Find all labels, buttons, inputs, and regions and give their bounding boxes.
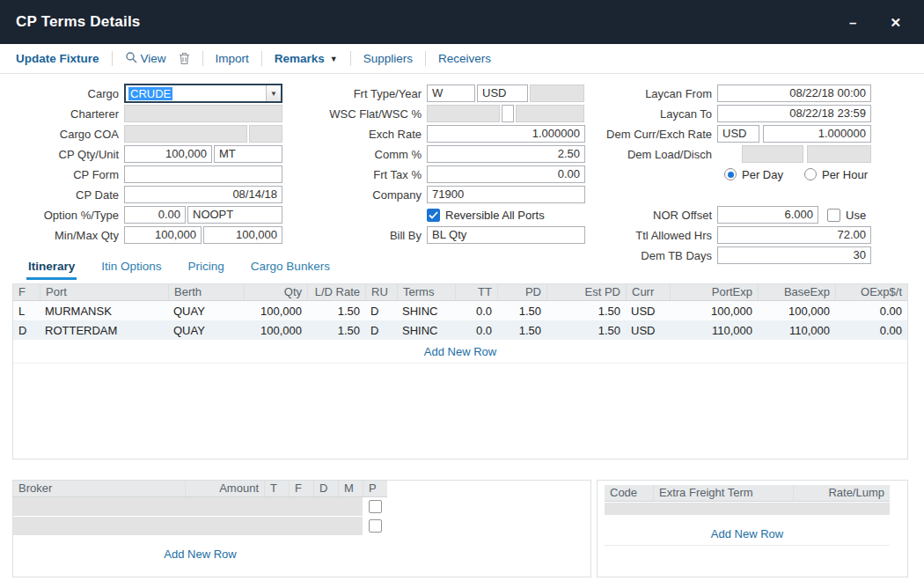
cell[interactable]: D <box>365 324 397 337</box>
cell[interactable]: 1.50 <box>497 324 546 337</box>
view-button[interactable]: View <box>125 51 166 66</box>
cell[interactable]: L <box>13 305 40 318</box>
cell[interactable]: 1.50 <box>546 324 626 337</box>
cell[interactable]: 1.50 <box>497 305 546 318</box>
tab-pricing[interactable]: Pricing <box>187 257 226 280</box>
min-qty-field[interactable]: 100,000 <box>124 226 202 244</box>
use-checkbox[interactable] <box>827 209 840 222</box>
cell[interactable]: SHINC <box>397 305 455 318</box>
cp-form-field[interactable] <box>124 165 282 183</box>
itinerary-header-row: F Port Berth Qty L/D Rate RU Terms TT PD… <box>13 284 907 301</box>
cell[interactable]: 100,000 <box>670 305 758 318</box>
cell[interactable]: D <box>365 305 397 318</box>
exch-rate-field[interactable]: 1.000000 <box>427 125 585 143</box>
trash-icon[interactable] <box>179 52 190 65</box>
column-header: Qty <box>244 284 307 300</box>
close-button[interactable]: ✕ <box>890 16 901 29</box>
extra-freight-panel: Code Extra Freight Term Rate/Lump Add Ne… <box>597 480 908 577</box>
nor-offset-field[interactable]: 6.000 <box>717 206 818 224</box>
cell[interactable]: D <box>13 324 40 337</box>
broker-row[interactable] <box>13 517 590 535</box>
cell[interactable]: 100,000 <box>758 305 835 318</box>
tab-cargo-bunkers[interactable]: Cargo Bunkers <box>249 257 332 280</box>
dem-load-field[interactable] <box>742 145 803 163</box>
cell[interactable]: USD <box>626 305 670 318</box>
extra-freight-row[interactable] <box>605 503 890 515</box>
chevron-down-icon[interactable]: ▼ <box>266 85 281 101</box>
cell[interactable]: 0.0 <box>455 305 497 318</box>
cell[interactable]: SHINC <box>397 324 455 337</box>
cp-date-label: CP Date <box>12 188 124 202</box>
company-field[interactable]: 71900 <box>427 186 585 203</box>
dem-tb-days-field[interactable]: 30 <box>717 246 871 264</box>
max-qty-field[interactable]: 100,000 <box>203 226 282 244</box>
cell[interactable]: USD <box>626 324 670 337</box>
cp-date-field[interactable]: 08/14/18 <box>124 186 282 203</box>
update-fixture-button[interactable]: Update Fixture <box>16 52 99 65</box>
cell[interactable]: 100,000 <box>244 305 307 318</box>
tab-itin-options[interactable]: Itin Options <box>99 257 163 280</box>
per-hour-radio[interactable] <box>804 168 817 180</box>
cell[interactable]: MURMANSK <box>40 305 168 318</box>
broker-row[interactable] <box>13 497 590 516</box>
dem-exch-rate-field[interactable]: 1.000000 <box>763 125 871 143</box>
broker-row-fields[interactable] <box>13 517 363 535</box>
cell[interactable]: 0.00 <box>835 324 907 337</box>
laycan-from-field[interactable]: 08/22/18 00:00 <box>717 85 871 102</box>
frt-year-field[interactable] <box>530 85 584 102</box>
laycan-to-field[interactable]: 08/22/18 23:59 <box>717 105 871 122</box>
import-button[interactable]: Import <box>216 52 249 65</box>
cargo-coa-field-1[interactable] <box>124 125 247 143</box>
wsc-flat-field[interactable] <box>427 105 500 122</box>
frt-tax-field[interactable]: 0.00 <box>427 165 585 183</box>
itinerary-add-new-row-link[interactable]: Add New Row <box>13 340 907 364</box>
cargo-coa-field-2[interactable] <box>249 125 282 143</box>
cell[interactable]: 110,000 <box>758 324 835 337</box>
cell[interactable]: 110,000 <box>670 324 758 337</box>
column-header: RU <box>365 284 397 300</box>
ttl-allowed-hrs-field[interactable]: 72.00 <box>717 226 871 244</box>
suppliers-button[interactable]: Suppliers <box>363 52 413 65</box>
remarks-button[interactable]: Remarks ▼ <box>275 52 338 65</box>
reversible-all-ports-checkbox[interactable] <box>427 209 440 222</box>
cp-qty-field[interactable]: 100,000 <box>124 145 212 163</box>
minimize-button[interactable]: – <box>849 16 856 29</box>
broker-add-new-row-link[interactable]: Add New Row <box>13 542 387 565</box>
dem-disch-field[interactable] <box>807 145 871 163</box>
cargo-combobox[interactable]: CRUDE ▼ <box>124 84 282 103</box>
wsc-pct-field[interactable] <box>516 105 584 122</box>
bill-by-field[interactable]: BL Qty <box>427 226 585 244</box>
per-day-radio[interactable] <box>724 168 737 180</box>
comm-pct-field[interactable]: 2.50 <box>427 145 585 163</box>
extra-freight-add-new-row-link[interactable]: Add New Row <box>605 522 890 546</box>
frt-type-field[interactable]: W <box>427 85 475 102</box>
cell[interactable]: QUAY <box>168 305 244 318</box>
cell[interactable]: ROTTERDAM <box>40 324 168 337</box>
cell[interactable]: 1.50 <box>307 305 365 318</box>
broker-p-checkbox[interactable] <box>369 500 382 513</box>
itinerary-row[interactable]: L MURMANSK QUAY 100,000 1.50 D SHINC 0.0… <box>13 301 907 320</box>
charterer-field[interactable] <box>124 105 282 122</box>
broker-row-fields[interactable] <box>13 497 363 516</box>
dem-curr-field[interactable]: USD <box>717 125 759 143</box>
cell[interactable]: 0.0 <box>455 324 497 337</box>
cp-unit-field[interactable]: MT <box>214 145 282 163</box>
wsc-mid-field[interactable] <box>502 105 514 122</box>
toolbar: Update Fixture View Import Remarks ▼ Sup… <box>0 44 924 74</box>
cell[interactable]: 1.50 <box>546 305 626 318</box>
broker-p-checkbox[interactable] <box>369 519 382 533</box>
cell[interactable]: QUAY <box>168 324 244 337</box>
tab-itinerary[interactable]: Itinerary <box>26 257 77 280</box>
frt-currency-field[interactable]: USD <box>477 85 528 102</box>
option-type-field[interactable]: NOOPT <box>187 206 282 224</box>
option-pct-field[interactable]: 0.00 <box>124 206 186 224</box>
cell[interactable]: 0.00 <box>835 305 907 318</box>
itinerary-row[interactable]: D ROTTERDAM QUAY 100,000 1.50 D SHINC 0.… <box>13 320 907 340</box>
cell[interactable]: 1.50 <box>307 324 365 337</box>
receivers-button[interactable]: Receivers <box>438 52 491 65</box>
per-hour-label: Per Hour <box>822 168 868 181</box>
itinerary-panel: F Port Berth Qty L/D Rate RU Terms TT PD… <box>12 283 908 459</box>
ttl-allowed-hrs-label: Ttl Allowed Hrs <box>598 229 717 242</box>
column-header: Terms <box>397 284 455 300</box>
cell[interactable]: 100,000 <box>244 324 307 337</box>
